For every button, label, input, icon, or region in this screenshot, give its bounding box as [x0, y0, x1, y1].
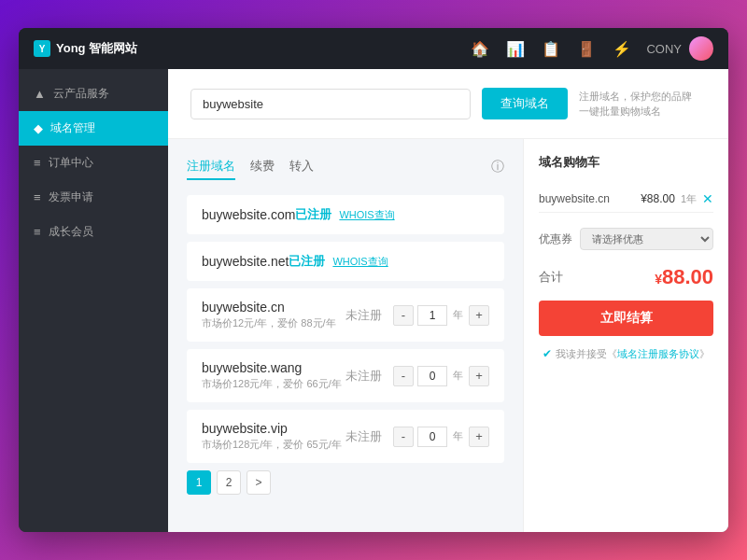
domain-name: buywebsite.wang — [202, 360, 345, 375]
tab-register[interactable]: 注册域名 — [187, 154, 235, 180]
domain-name: buywebsite.cn — [202, 300, 345, 315]
search-input[interactable] — [190, 89, 471, 119]
search-section: 查询域名 注册域名，保护您的品牌 一键批量购物域名 — [168, 69, 728, 139]
qty-control: - 年 + — [393, 305, 489, 326]
chart-icon[interactable]: 📊 — [506, 40, 525, 58]
tab-renew[interactable]: 续费 — [250, 154, 275, 180]
qty-plus[interactable]: + — [469, 427, 489, 447]
cart-item-price: ¥88.00 — [641, 192, 675, 205]
sidebar-item-order[interactable]: ≡ 订单中心 — [19, 146, 168, 180]
status-badge: 已注册 — [295, 206, 331, 223]
topbar-user: CONY — [646, 36, 713, 61]
home-icon[interactable]: 🏠 — [471, 40, 489, 58]
qty-input[interactable] — [417, 366, 447, 386]
qty-control: - 年 + — [393, 427, 489, 447]
sidebar-item-member[interactable]: ≡ 成长会员 — [19, 215, 168, 249]
sidebar-label-cloud: 云产品服务 — [53, 86, 109, 102]
table-row: buywebsite.com 已注册 WHOIS查询 — [187, 195, 504, 234]
agree-prefix: 我读并接受《 — [556, 348, 617, 359]
list-icon[interactable]: 📋 — [542, 40, 560, 58]
price-hint: 市场价12元/年，爱价 88元/年 — [202, 316, 345, 330]
total-amount: ¥88.00 — [655, 265, 713, 289]
domain-area: 注册域名 续费 转入 ⓘ buywebsite.com 已注册 WHOIS查询 — [168, 139, 728, 532]
sidebar-label-order: 订单中心 — [49, 155, 93, 171]
main-window: Y Yong 智能网站 🏠 📊 📋 🚪 ⚡ CONY ▲ 云产品服务 ◆ 域名管… — [19, 28, 728, 532]
logo: Y Yong 智能网站 — [34, 40, 471, 57]
status-badge: 未注册 — [345, 307, 382, 324]
logo-icon: Y — [34, 40, 50, 57]
table-row: buywebsite.net 已注册 WHOIS查询 — [187, 242, 504, 281]
avatar — [689, 36, 713, 61]
door-icon[interactable]: 🚪 — [577, 40, 596, 58]
total-label: 合计 — [539, 269, 563, 286]
main-layout: ▲ 云产品服务 ◆ 域名管理 ≡ 订单中心 ≡ 发票申请 ≡ 成长会员 — [19, 69, 728, 532]
status-badge: 未注册 — [345, 428, 382, 445]
content-area: 查询域名 注册域名，保护您的品牌 一键批量购物域名 注册域名 续费 转入 ⓘ — [168, 69, 728, 532]
agree-icon: ✔ — [543, 347, 552, 360]
whois-link[interactable]: WHOIS查询 — [339, 208, 394, 222]
price-hint: 市场价128元/年，爱价 65元/年 — [202, 438, 345, 452]
cart-title: 域名购物车 — [539, 154, 713, 171]
domain-tabs: 注册域名 续费 转入 ⓘ — [187, 154, 504, 180]
status-badge: 未注册 — [345, 368, 382, 385]
qty-input[interactable] — [417, 427, 447, 447]
page-btn-2[interactable]: 2 — [217, 470, 241, 495]
search-hint: 注册域名，保护您的品牌 一键批量购物域名 — [579, 89, 692, 119]
qty-input[interactable] — [417, 305, 447, 326]
username: CONY — [646, 42, 682, 56]
status-badge: 已注册 — [289, 253, 325, 270]
search-button[interactable]: 查询域名 — [482, 88, 568, 119]
sidebar-label-member: 成长会员 — [49, 224, 93, 240]
domain-list: 注册域名 续费 转入 ⓘ buywebsite.com 已注册 WHOIS查询 — [168, 139, 523, 532]
cart-panel: 域名购物车 buywebsite.cn ¥88.00 1年 ✕ 优惠券 请选择优… — [523, 139, 728, 532]
sidebar-item-cloud[interactable]: ▲ 云产品服务 — [19, 77, 168, 111]
domain-name: buywebsite.net — [202, 254, 289, 269]
sidebar-label-invoice: 发票申请 — [49, 189, 93, 205]
domain-name: buywebsite.com — [202, 207, 295, 222]
cart-item-name: buywebsite.cn — [539, 192, 635, 205]
checkout-button[interactable]: 立即结算 — [539, 301, 713, 336]
total-currency: ¥ — [655, 272, 662, 287]
qty-plus[interactable]: + — [469, 366, 489, 386]
whois-link[interactable]: WHOIS查询 — [332, 255, 388, 269]
cart-item-period: 1年 — [681, 192, 697, 206]
agree-row: ✔ 我读并接受《域名注册服务协议》 — [539, 347, 713, 361]
order-icon: ≡ — [34, 156, 41, 170]
qty-control: - 年 + — [393, 366, 489, 386]
qty-unit: 年 — [453, 429, 463, 443]
sidebar: ▲ 云产品服务 ◆ 域名管理 ≡ 订单中心 ≡ 发票申请 ≡ 成长会员 — [19, 69, 168, 532]
qty-minus[interactable]: - — [393, 427, 414, 447]
sidebar-item-invoice[interactable]: ≡ 发票申请 — [19, 180, 168, 215]
cloud-icon: ▲ — [34, 87, 46, 101]
sidebar-label-domain: 域名管理 — [50, 120, 95, 136]
qty-plus[interactable]: + — [469, 305, 489, 326]
info-icon[interactable]: ⓘ — [491, 159, 504, 175]
bolt-icon[interactable]: ⚡ — [613, 40, 631, 58]
qty-unit: 年 — [453, 369, 463, 383]
page-btn-1[interactable]: 1 — [187, 470, 211, 495]
agree-suffix: 》 — [699, 348, 710, 359]
invoice-icon: ≡ — [34, 190, 41, 204]
sidebar-item-domain[interactable]: ◆ 域名管理 — [19, 111, 168, 146]
qty-minus[interactable]: - — [393, 366, 414, 386]
domain-icon: ◆ — [34, 121, 43, 135]
tab-transfer[interactable]: 转入 — [289, 154, 314, 180]
logo-text: Yong 智能网站 — [56, 40, 137, 57]
topbar: Y Yong 智能网站 🏠 📊 📋 🚪 ⚡ CONY — [19, 28, 728, 69]
coupon-row: 优惠券 请选择优惠 — [539, 228, 713, 250]
qty-minus[interactable]: - — [393, 305, 414, 326]
topbar-nav: 🏠 📊 📋 🚪 ⚡ — [471, 40, 631, 58]
cart-remove-btn[interactable]: ✕ — [702, 191, 713, 206]
price-hint: 市场价128元/年，爱价 66元/年 — [202, 377, 345, 391]
member-icon: ≡ — [34, 225, 41, 239]
total-row: 合计 ¥88.00 — [539, 261, 713, 289]
pagination: 1 2 > — [187, 470, 504, 495]
coupon-select[interactable]: 请选择优惠 — [580, 228, 713, 250]
qty-unit: 年 — [453, 308, 463, 322]
table-row: buywebsite.vip 市场价128元/年，爱价 65元/年 未注册 - … — [187, 410, 504, 463]
domain-name: buywebsite.vip — [202, 421, 345, 436]
agree-link[interactable]: 域名注册服务协议 — [617, 348, 699, 359]
table-row: buywebsite.wang 市场价128元/年，爱价 66元/年 未注册 -… — [187, 349, 504, 402]
page-btn-next[interactable]: > — [247, 470, 271, 495]
cart-item: buywebsite.cn ¥88.00 1年 ✕ — [539, 186, 713, 213]
